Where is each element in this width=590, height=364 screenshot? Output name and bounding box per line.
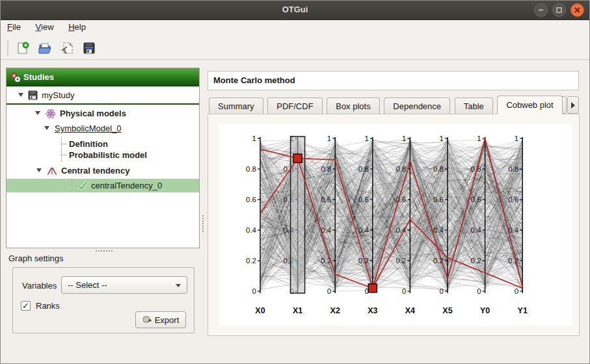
menu-view[interactable]: View (30, 20, 60, 34)
svg-text:0.4: 0.4 (246, 226, 257, 234)
svg-text:X3: X3 (368, 306, 377, 315)
svg-text:0.2: 0.2 (471, 257, 481, 265)
svg-text:0.2: 0.2 (396, 257, 406, 265)
svg-text:X5: X5 (442, 306, 452, 315)
otgui-window: OTGui File View Help (0, 0, 590, 364)
graph-settings-title: Graph settings (8, 254, 64, 263)
minimize-button[interactable] (534, 3, 548, 17)
import-python-script-icon (60, 41, 74, 55)
new-study-icon (16, 41, 30, 55)
variables-label: Variables (22, 281, 57, 291)
svg-text:0.6: 0.6 (396, 196, 406, 203)
tree-item-probabilistic-model[interactable]: Probabilistic model (7, 148, 199, 162)
titlebar[interactable]: OTGui (1, 1, 589, 20)
studies-icon (10, 72, 21, 83)
variables-combobox[interactable]: -- Select -- (61, 276, 187, 294)
tab-dependence[interactable]: Dependence (384, 98, 450, 114)
open-study-button[interactable] (36, 39, 54, 57)
svg-text:0: 0 (402, 287, 406, 295)
tree-branch-line (72, 179, 77, 186)
cobweb-plot-svg[interactable]: 00.20.40.60.81X000.20.40.60.81X100.20.40… (219, 124, 572, 326)
close-icon (574, 6, 581, 14)
svg-text:0.8: 0.8 (433, 165, 444, 173)
svg-text:0: 0 (477, 287, 481, 295)
arrow-right-icon (570, 102, 576, 109)
svg-text:1: 1 (440, 135, 444, 142)
tab-summary[interactable]: Summary (209, 98, 263, 114)
tab-scroll-right-button[interactable] (567, 96, 579, 114)
studies-header-label: Studies (23, 72, 54, 82)
svg-text:0: 0 (252, 287, 256, 295)
tab-pdf-cdf[interactable]: PDF/CDF (267, 98, 322, 114)
tree-item-symbolicmodel0[interactable]: SymbolicModel_0 (7, 122, 199, 135)
study-save-icon (28, 90, 38, 100)
window-title: OTGui (1, 5, 589, 14)
tree-item-physical-models[interactable]: Physical models (7, 107, 199, 120)
selection-marker[interactable] (368, 284, 377, 292)
expander-icon[interactable] (44, 126, 49, 130)
tree-item-centraltendency0[interactable]: centralTendency_0 (7, 179, 199, 192)
tree-item-label: Central tendency (61, 164, 129, 177)
selection-marker[interactable] (293, 154, 302, 162)
result-tabbar: Summary PDF/CDF Box plots Dependence Tab… (209, 96, 565, 114)
tree-item-mystudy[interactable]: myStudy (7, 88, 199, 102)
tab-cobweb-plot[interactable]: Cobweb plot (497, 96, 562, 114)
menubar: File View Help (1, 20, 589, 36)
import-python-script-button[interactable] (58, 39, 76, 57)
svg-text:1: 1 (252, 135, 256, 142)
svg-text:X1: X1 (293, 306, 302, 315)
svg-text:0.6: 0.6 (471, 196, 481, 203)
tab-box-plots[interactable]: Box plots (327, 98, 379, 114)
atom-icon (46, 109, 56, 119)
tree-item-label: centralTendency_0 (91, 179, 162, 192)
svg-text:1: 1 (402, 135, 406, 142)
svg-text:0: 0 (515, 287, 518, 295)
toolbar-grip[interactable] (7, 41, 10, 55)
variables-combobox-value: -- Select -- (68, 280, 107, 290)
svg-text:Y0: Y0 (480, 306, 490, 315)
cobweb-plot[interactable]: 00.20.40.60.81X000.20.40.60.81X100.20.40… (219, 124, 572, 326)
open-study-icon (38, 41, 52, 55)
expander-icon[interactable] (18, 93, 23, 97)
svg-text:0.6: 0.6 (508, 196, 518, 203)
studies-panel: Studies myStudy Physical models (6, 68, 200, 248)
chevron-down-icon (176, 284, 181, 287)
svg-text:0.4: 0.4 (508, 226, 519, 234)
tree-item-central-tendency[interactable]: Central tendency (7, 164, 199, 177)
svg-text:0.4: 0.4 (396, 226, 407, 234)
svg-text:0.6: 0.6 (321, 196, 331, 203)
svg-text:0: 0 (327, 287, 331, 295)
tree-item-label: Physical models (60, 107, 126, 120)
svg-text:0.4: 0.4 (358, 226, 369, 234)
toolbar (1, 36, 589, 60)
vertical-splitter[interactable] (202, 215, 204, 232)
svg-text:0.6: 0.6 (358, 196, 369, 203)
svg-text:0: 0 (440, 287, 444, 295)
save-study-button[interactable] (80, 39, 98, 57)
new-study-button[interactable] (14, 39, 32, 57)
svg-text:0.8: 0.8 (246, 165, 256, 173)
ranks-checkbox[interactable]: ✓ (21, 301, 31, 311)
menu-file[interactable]: File (1, 20, 27, 34)
tree-item-label: myStudy (42, 88, 75, 102)
expander-icon[interactable] (35, 111, 40, 115)
expander-icon[interactable] (36, 168, 42, 172)
svg-text:1: 1 (515, 135, 518, 142)
tree-item-label: SymbolicModel_0 (55, 122, 122, 135)
close-button[interactable] (570, 3, 584, 17)
study-separator (7, 103, 199, 105)
minimize-icon (537, 6, 544, 14)
export-button[interactable]: Export (135, 311, 186, 328)
svg-text:0.4: 0.4 (471, 226, 482, 234)
svg-text:0.6: 0.6 (433, 196, 444, 203)
export-icon (142, 315, 152, 325)
distribution-icon (47, 166, 57, 176)
horizontal-splitter[interactable] (96, 250, 113, 252)
svg-text:0.6: 0.6 (246, 196, 256, 203)
menu-help[interactable]: Help (62, 20, 92, 34)
tab-table[interactable]: Table (455, 98, 493, 114)
tree-branch-line (61, 148, 67, 162)
svg-text:0.4: 0.4 (321, 226, 332, 234)
maximize-button[interactable] (552, 3, 566, 17)
ranks-label: Ranks (36, 300, 60, 312)
